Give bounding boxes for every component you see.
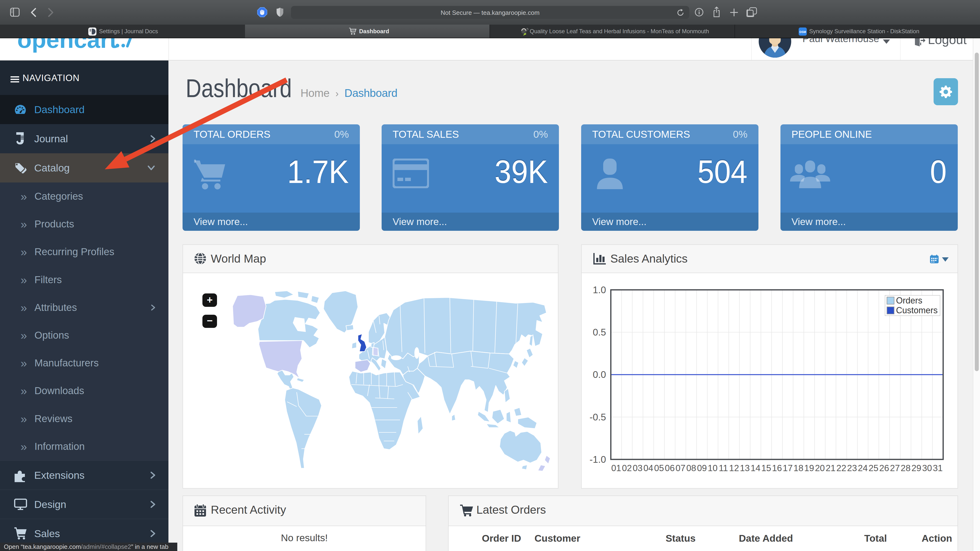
- svg-text:0.5: 0.5: [593, 327, 606, 337]
- svg-text:11: 11: [719, 463, 728, 473]
- svg-text:23: 23: [847, 463, 857, 473]
- svg-text:1.0: 1.0: [593, 284, 606, 295]
- svg-text:01: 01: [611, 463, 621, 473]
- svg-text:05: 05: [654, 463, 664, 473]
- svg-text:29: 29: [912, 463, 921, 473]
- svg-text:Customers: Customers: [896, 305, 938, 315]
- svg-text:09: 09: [697, 463, 707, 473]
- svg-text:26: 26: [879, 463, 889, 473]
- svg-text:-1.0: -1.0: [590, 454, 606, 465]
- svg-text:-0.5: -0.5: [590, 412, 606, 422]
- svg-text:20: 20: [815, 463, 825, 473]
- svg-text:14: 14: [751, 463, 760, 473]
- svg-text:21: 21: [826, 463, 835, 473]
- svg-text:17: 17: [783, 463, 793, 473]
- svg-text:31: 31: [933, 463, 943, 473]
- svg-text:10: 10: [708, 463, 718, 473]
- svg-text:13: 13: [740, 463, 749, 473]
- svg-text:0.0: 0.0: [593, 369, 606, 380]
- svg-text:16: 16: [772, 463, 782, 473]
- svg-text:Orders: Orders: [896, 295, 922, 305]
- svg-text:25: 25: [869, 463, 878, 473]
- svg-text:15: 15: [761, 463, 771, 473]
- svg-text:27: 27: [890, 463, 900, 473]
- svg-text:19: 19: [804, 463, 814, 473]
- svg-text:06: 06: [665, 463, 675, 473]
- svg-text:24: 24: [858, 463, 867, 473]
- svg-text:30: 30: [922, 463, 932, 473]
- svg-text:02: 02: [622, 463, 632, 473]
- svg-text:DSM: DSM: [799, 30, 806, 34]
- svg-text:03: 03: [633, 463, 643, 473]
- svg-text:04: 04: [643, 463, 653, 473]
- svg-text:28: 28: [901, 463, 911, 473]
- svg-text:18: 18: [794, 463, 803, 473]
- svg-text:12: 12: [729, 463, 739, 473]
- svg-text:07: 07: [676, 463, 686, 473]
- svg-text:08: 08: [686, 463, 696, 473]
- svg-text:22: 22: [837, 463, 846, 473]
